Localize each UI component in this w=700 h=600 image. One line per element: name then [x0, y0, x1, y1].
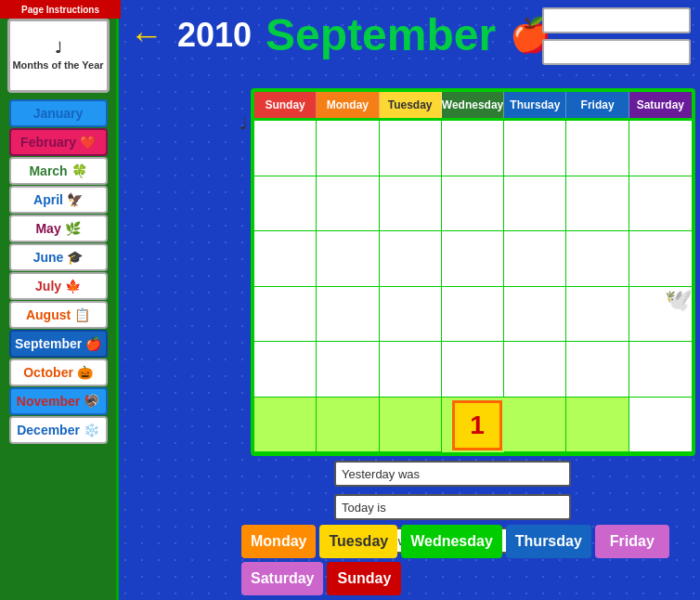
sidebar-item-november[interactable]: November 🦃 — [9, 387, 108, 415]
bird-decoration: 🕊️ — [665, 287, 693, 313]
sidebar-item-february[interactable]: February ❤️ — [9, 128, 108, 156]
cal-cell[interactable] — [566, 176, 629, 232]
sidebar-item-january[interactable]: January — [9, 99, 108, 127]
sidebar: Page Instructions ♩ Months of the Year J… — [0, 0, 119, 600]
sidebar-item-may[interactable]: May 🌿 — [9, 215, 108, 242]
cal-cell[interactable] — [442, 176, 504, 232]
cal-cell[interactable] — [317, 398, 379, 453]
bottom-section: Yesterday was Today is Tomorrow will be … — [241, 461, 695, 595]
yesterday-row: Yesterday was — [334, 461, 571, 487]
music-note-icon: ♩ — [55, 39, 62, 59]
calendar-music-note: ♩ — [240, 113, 247, 134]
sidebar-item-july[interactable]: July 🍁 — [9, 272, 108, 300]
page-instructions-label[interactable]: Page Instructions — [0, 0, 121, 19]
sidebar-item-december[interactable]: December ❄️ — [9, 416, 108, 444]
day-btn-monday[interactable]: Monday — [241, 525, 316, 558]
cal-header-wednesday: Wednesday — [442, 92, 504, 118]
cal-cell[interactable] — [504, 287, 566, 343]
day-btn-wednesday[interactable]: Wednesday — [401, 525, 502, 558]
cal-cell[interactable] — [380, 231, 442, 287]
cal-cell[interactable] — [629, 398, 692, 453]
cal-header-tuesday: Tuesday — [380, 92, 442, 118]
months-of-year-box: ♩ Months of the Year — [7, 19, 110, 93]
day-btn-thursday[interactable]: Thursday — [506, 525, 591, 558]
cal-cell[interactable] — [254, 176, 317, 232]
cal-cell[interactable] — [380, 287, 442, 343]
cal-cell[interactable] — [380, 121, 442, 176]
cal-cell[interactable] — [380, 342, 442, 398]
day-btn-friday[interactable]: Friday — [595, 525, 669, 558]
cal-cell[interactable] — [380, 398, 442, 453]
cal-cell[interactable] — [317, 176, 379, 232]
cal-cell[interactable] — [629, 342, 692, 398]
sidebar-item-march[interactable]: March 🍀 — [9, 157, 108, 185]
cal-cell[interactable] — [442, 342, 504, 398]
sidebar-item-april[interactable]: April 🦅 — [9, 186, 108, 214]
day-btn-saturday[interactable]: Saturday — [241, 562, 323, 595]
cal-header-sunday: Sunday — [254, 92, 317, 118]
top-input-1[interactable] — [542, 7, 691, 33]
cal-cell[interactable] — [442, 287, 504, 343]
date-badge-1: 1 — [452, 400, 502, 450]
main-area: ← 2010 September 🍎 ♩ SundayMondayTuesday… — [121, 0, 700, 600]
calendar-grid: SundayMondayTuesdayWednesdayThursdayFrid… — [251, 88, 695, 456]
sidebar-item-august[interactable]: August 📋 — [9, 301, 108, 329]
sidebar-item-september[interactable]: September 🍎 — [9, 330, 108, 358]
day-btn-tuesday[interactable]: Tuesday — [319, 525, 397, 558]
cal-cell[interactable] — [629, 176, 692, 232]
cal-cell[interactable] — [566, 398, 629, 453]
month-list: JanuaryFebruary ❤️March 🍀April 🦅May 🌿Jun… — [9, 98, 108, 445]
day-btn-sunday[interactable]: Sunday — [327, 562, 401, 595]
cal-cell[interactable] — [317, 287, 379, 343]
month-display: September — [266, 9, 496, 60]
months-of-year-title: Months of the Year — [12, 59, 103, 72]
cal-cell[interactable] — [566, 121, 629, 176]
cal-header-friday: Friday — [566, 92, 629, 118]
sidebar-item-june[interactable]: June 🎓 — [9, 243, 108, 271]
cal-cell[interactable] — [317, 231, 379, 287]
day-buttons-row: MondayTuesdayWednesdayThursdayFridaySatu… — [241, 525, 695, 595]
cal-cell[interactable] — [254, 231, 317, 287]
top-input-boxes — [542, 7, 691, 65]
cal-cell[interactable] — [317, 121, 379, 176]
today-label: Today is — [334, 494, 571, 520]
yesterday-label: Yesterday was — [334, 461, 571, 487]
today-row: Today is — [334, 494, 571, 520]
calendar-header-row: SundayMondayTuesdayWednesdayThursdayFrid… — [254, 92, 692, 118]
cal-cell[interactable]: 1 — [442, 398, 504, 453]
year-display: 2010 — [177, 16, 252, 55]
cal-cell[interactable] — [254, 121, 317, 176]
cal-cell[interactable] — [380, 176, 442, 232]
prev-month-arrow[interactable]: ← — [130, 19, 163, 52]
cal-cell[interactable] — [566, 287, 629, 343]
cal-cell[interactable] — [254, 342, 317, 398]
cal-cell[interactable] — [504, 342, 566, 398]
cal-cell[interactable] — [254, 398, 317, 453]
cal-cell[interactable] — [629, 121, 692, 176]
cal-cell[interactable] — [504, 398, 566, 453]
cal-cell[interactable] — [566, 342, 629, 398]
calendar-body: 1 — [254, 118, 692, 452]
sidebar-item-october[interactable]: October 🎃 — [9, 359, 108, 386]
cal-header-thursday: Thursday — [504, 92, 566, 118]
cal-header-monday: Monday — [317, 92, 379, 118]
cal-cell[interactable] — [629, 231, 692, 287]
cal-cell[interactable] — [504, 121, 566, 176]
cal-cell[interactable] — [442, 121, 504, 176]
top-input-2[interactable] — [542, 39, 691, 65]
cal-cell[interactable] — [566, 231, 629, 287]
cal-cell[interactable] — [504, 231, 566, 287]
cal-header-saturday: Saturday — [629, 92, 692, 118]
cal-cell[interactable] — [504, 176, 566, 232]
cal-cell[interactable] — [317, 342, 379, 398]
cal-cell[interactable] — [254, 287, 317, 343]
cal-cell[interactable] — [442, 231, 504, 287]
